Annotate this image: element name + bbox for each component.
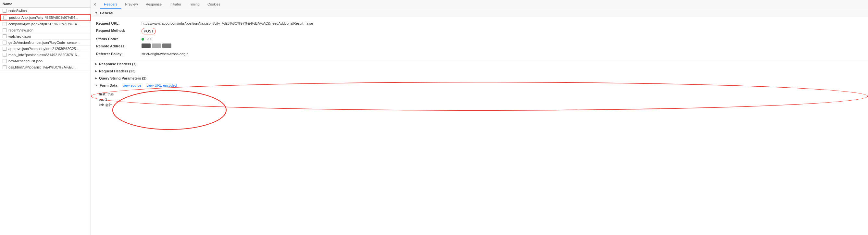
response-headers-label: Response Headers (7) xyxy=(99,62,137,66)
name-item-getJsVersionNumber[interactable]: getJsVersionNumber.json?keyCode=sense... xyxy=(0,39,91,46)
name-panel: Name codeSwitchpositionAjax.json?city=%E… xyxy=(0,0,91,235)
remote-address-value xyxy=(142,43,172,49)
referrer-policy-value: strict-origin-when-cross-origin xyxy=(142,51,188,57)
tab-timing[interactable]: Timing xyxy=(185,0,204,9)
tab-preview[interactable]: Preview xyxy=(121,0,142,9)
request-url-value: https://www.lagou.com/jobs/positionAjax.… xyxy=(142,21,313,26)
tab-bar: ✕ HeadersPreviewResponseInitiatorTimingC… xyxy=(91,0,868,9)
tab-cookies[interactable]: Cookies xyxy=(204,0,224,9)
remote-address-row: Remote Address: xyxy=(96,42,863,50)
request-url-label: Request URL: xyxy=(96,21,142,26)
name-item-codeSwitch[interactable]: codeSwitch xyxy=(0,8,91,14)
item-text-codeSwitch: codeSwitch xyxy=(8,9,27,13)
query-string-section[interactable]: ▶ Query String Parameters (2) xyxy=(91,75,868,82)
name-item-positionAjax[interactable]: positionAjax.json?city=%E5%8C%97%E4... xyxy=(0,14,91,21)
checkbox-recentView[interactable] xyxy=(3,28,6,32)
remote-address-label: Remote Address: xyxy=(96,43,142,49)
name-item-newMessageList[interactable]: newMessageList.json xyxy=(0,58,91,64)
checkbox-approve[interactable] xyxy=(3,47,6,51)
item-text-approve: approve.json?companyIds=212939%2C25... xyxy=(8,47,79,51)
form-data-container: ▼ Form Data view source view URL-encoded… xyxy=(91,82,868,111)
status-dot xyxy=(142,38,144,40)
form-data-header[interactable]: ▼ Form Data view source view URL-encoded xyxy=(91,82,868,89)
item-text-mark_info: mark_info?positionIds=8314921%2C87816... xyxy=(8,53,80,57)
checkbox-mark_info[interactable] xyxy=(3,53,6,57)
form-row-pn: pn: 1 xyxy=(99,97,860,102)
view-source-link[interactable]: view source xyxy=(122,83,141,87)
form-data-body: first: truepn: 1kd: 会计 xyxy=(91,89,868,111)
item-text-wafcheck: wafcheck.json xyxy=(8,34,31,38)
addr-block-1 xyxy=(142,43,151,48)
status-code-value: 200 xyxy=(142,36,152,41)
form-key-first:: first: xyxy=(99,92,108,96)
tab-initiator[interactable]: Initiator xyxy=(165,0,185,9)
request-headers-section[interactable]: ▶ Request Headers (23) xyxy=(91,67,868,75)
response-headers-section[interactable]: ▶ Response Headers (7) xyxy=(91,60,868,67)
addr-block-2 xyxy=(152,43,161,48)
item-text-recentView: recentView.json xyxy=(8,28,33,32)
form-data-label: Form Data xyxy=(100,83,117,87)
form-data-header-left: ▼ Form Data xyxy=(95,83,117,87)
tab-headers[interactable]: Headers xyxy=(100,0,121,9)
name-item-approve[interactable]: approve.json?companyIds=212939%2C25... xyxy=(0,46,91,52)
name-item-recentView[interactable]: recentView.json xyxy=(0,27,91,33)
request-headers-label: Request Headers (23) xyxy=(99,69,136,73)
method-badge: POST xyxy=(142,28,156,34)
request-method-label: Request Method: xyxy=(96,28,142,33)
detail-panel: ✕ HeadersPreviewResponseInitiatorTimingC… xyxy=(91,0,868,235)
checkbox-oss[interactable] xyxy=(3,65,6,69)
response-headers-triangle-icon: ▶ xyxy=(95,62,97,65)
general-triangle-icon: ▼ xyxy=(95,11,98,14)
item-text-getJsVersionNumber: getJsVersionNumber.json?keyCode=sense... xyxy=(8,40,80,45)
item-text-positionAjax: positionAjax.json?city=%E5%8C%97%E4... xyxy=(9,16,78,20)
name-item-mark_info[interactable]: mark_info?positionIds=8314921%2C87816... xyxy=(0,52,91,58)
checkbox-companyAjax[interactable] xyxy=(3,22,6,26)
view-url-encoded-link[interactable]: view URL-encoded xyxy=(146,83,177,87)
request-method-value: POST xyxy=(142,28,156,34)
form-key-pn:: pn: xyxy=(99,97,105,101)
checkbox-codeSwitch[interactable] xyxy=(3,9,6,13)
form-row-first: first: true xyxy=(99,91,860,97)
form-key-kd:: kd: xyxy=(99,103,105,107)
general-section: ▼ General Request URL: https://www.lagou… xyxy=(91,9,868,60)
query-string-label: Query String Parameters (2) xyxy=(99,76,146,80)
status-code-text: 200 xyxy=(146,37,152,41)
addr-block-3 xyxy=(162,43,172,48)
form-data-triangle-icon: ▼ xyxy=(95,84,98,87)
checkbox-wafcheck[interactable] xyxy=(3,34,6,38)
item-text-oss: oss.html?u=/jobs/list_%E4%BC%9A%E8... xyxy=(8,65,76,69)
form-row-kd: kd: 会计 xyxy=(99,102,860,108)
general-section-body: Request URL: https://www.lagou.com/jobs/… xyxy=(91,17,868,60)
referrer-policy-label: Referrer Policy: xyxy=(96,51,142,57)
detail-content: ▼ General Request URL: https://www.lagou… xyxy=(91,9,868,235)
name-item-companyAjax[interactable]: companyAjax.json?city=%E5%8C%97%E4... xyxy=(0,21,91,27)
referrer-policy-row: Referrer Policy: strict-origin-when-cros… xyxy=(96,50,863,57)
form-value-first:: true xyxy=(108,92,114,96)
request-method-row: Request Method: POST xyxy=(96,27,863,35)
item-text-newMessageList: newMessageList.json xyxy=(8,59,42,63)
checkbox-positionAjax[interactable] xyxy=(3,16,7,20)
item-text-companyAjax: companyAjax.json?city=%E5%8C%97%E4... xyxy=(8,22,80,26)
tab-response[interactable]: Response xyxy=(142,0,166,9)
checkbox-newMessageList[interactable] xyxy=(3,59,6,63)
status-code-label: Status Code: xyxy=(96,36,142,41)
name-item-wafcheck[interactable]: wafcheck.json xyxy=(0,33,91,39)
request-headers-triangle-icon: ▶ xyxy=(95,69,97,73)
name-header: Name xyxy=(0,0,91,8)
name-item-oss[interactable]: oss.html?u=/jobs/list_%E4%BC%9A%E8... xyxy=(0,64,91,70)
general-section-header[interactable]: ▼ General xyxy=(91,9,868,17)
name-list: codeSwitchpositionAjax.json?city=%E5%8C%… xyxy=(0,8,91,235)
remote-address-blocks xyxy=(142,43,172,48)
form-value-pn:: 1 xyxy=(105,97,107,101)
checkbox-getJsVersionNumber[interactable] xyxy=(3,40,6,45)
query-string-triangle-icon: ▶ xyxy=(95,77,97,80)
form-value-kd:: 会计 xyxy=(105,103,112,107)
status-code-row: Status Code: 200 xyxy=(96,35,863,42)
request-url-row: Request URL: https://www.lagou.com/jobs/… xyxy=(96,20,863,27)
general-title: General xyxy=(100,11,113,15)
tab-close-button[interactable]: ✕ xyxy=(92,2,97,7)
